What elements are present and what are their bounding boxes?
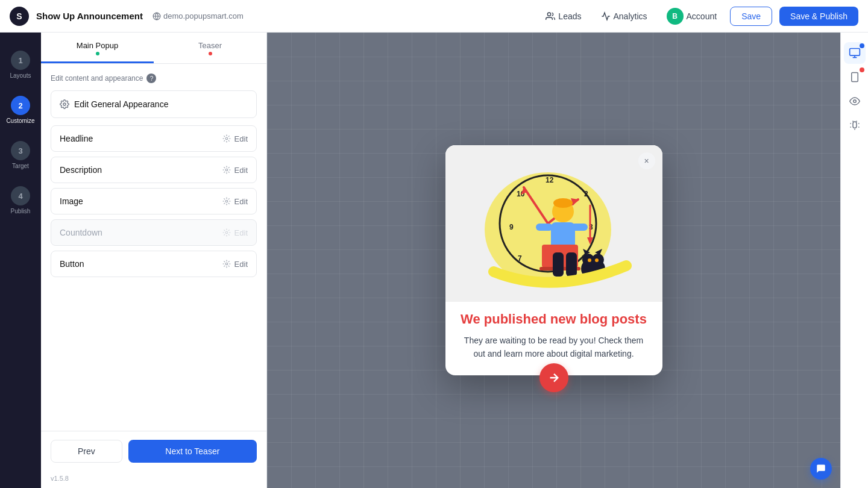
save-publish-button[interactable]: Save & Publish: [779, 7, 858, 26]
desktop-icon: [849, 47, 861, 59]
right-toolbar: [840, 33, 868, 488]
hint-icon: ?: [146, 74, 156, 83]
popup-wrapper: × 12 2 10 3 9: [445, 145, 662, 375]
svg-point-5: [225, 200, 228, 202]
svg-point-6: [225, 231, 228, 234]
toolbar-dot-desktop: [860, 43, 864, 48]
step-circle-2: 2: [11, 96, 30, 115]
tab-teaser[interactable]: Teaser: [154, 33, 266, 63]
tab-main-popup[interactable]: Main Popup: [41, 33, 154, 63]
panel: Main Popup Teaser Edit content and appea…: [41, 33, 267, 488]
version-label: v1.5.8: [41, 471, 266, 488]
desktop-view-button[interactable]: [844, 42, 866, 64]
edit-description-link[interactable]: Edit: [234, 166, 248, 175]
analytics-nav[interactable]: Analytics: [595, 8, 653, 25]
popup-description: They are waiting to be read by you! Chec…: [460, 334, 648, 361]
svg-point-4: [225, 169, 228, 171]
toolbar-dot-mobile: [860, 67, 864, 72]
mobile-icon: [849, 72, 860, 83]
account-nav[interactable]: B Account: [661, 4, 723, 28]
gear-icon: [60, 99, 69, 109]
steps-sidebar: 1 Layouts 2 Customize 3 Target 4 Publish: [0, 33, 41, 488]
section-countdown: Countdown Edit: [51, 219, 257, 246]
popup-close-button[interactable]: ×: [638, 152, 655, 169]
svg-point-3: [225, 137, 228, 140]
step-circle-4: 4: [11, 186, 30, 205]
app-logo: S: [10, 7, 29, 26]
app-url: demo.popupsmart.com: [153, 11, 244, 20]
chat-icon: [816, 463, 826, 474]
popup-headline: We published new blog posts: [460, 311, 648, 327]
svg-rect-30: [553, 252, 564, 277]
save-button[interactable]: Save: [730, 7, 772, 26]
preview-button[interactable]: [844, 90, 866, 112]
section-image: Image Edit: [51, 188, 257, 214]
svg-rect-31: [566, 252, 577, 277]
step-label-target: Target: [12, 163, 29, 169]
settings-icon-countdown: [222, 228, 231, 237]
svg-text:12: 12: [546, 176, 554, 184]
section-description: Description Edit: [51, 157, 257, 183]
edit-countdown-link[interactable]: Edit: [234, 228, 248, 237]
svg-point-24: [553, 198, 573, 208]
settings-icon-description: [222, 166, 231, 174]
canvas: × 12 2 10 3 9: [267, 33, 840, 488]
step-target[interactable]: 3 Target: [0, 135, 41, 175]
popup-illustration: 12 2 10 3 9 5 7: [464, 151, 644, 296]
step-publish[interactable]: 4 Publish: [0, 180, 41, 221]
step-label-publish: Publish: [11, 208, 31, 214]
step-circle-3: 3: [11, 141, 30, 160]
section-headline: Headline Edit: [51, 125, 257, 152]
eye-icon: [849, 96, 860, 107]
leads-nav[interactable]: Leads: [539, 8, 587, 25]
panel-footer: Prev Next to Teaser: [41, 431, 266, 471]
svg-point-1: [548, 13, 551, 16]
svg-rect-26: [536, 224, 553, 231]
avatar: B: [667, 8, 684, 25]
leads-icon: [546, 11, 555, 21]
edit-image-link[interactable]: Edit: [234, 197, 248, 206]
svg-point-7: [225, 263, 228, 265]
section-button: Button Edit: [51, 251, 257, 277]
svg-text:9: 9: [509, 223, 514, 231]
debug-button[interactable]: [844, 114, 866, 136]
analytics-icon: [601, 11, 611, 21]
svg-text:2: 2: [584, 190, 588, 198]
step-label-layouts: Layouts: [10, 72, 31, 79]
globe-icon: [153, 12, 161, 20]
next-button[interactable]: Next to Teaser: [128, 440, 257, 463]
svg-point-2: [63, 103, 66, 105]
popup-arrow-button[interactable]: [539, 363, 568, 392]
svg-text:7: 7: [518, 254, 522, 263]
svg-point-38: [595, 258, 599, 262]
edit-button-link[interactable]: Edit: [234, 260, 248, 269]
main-layout: 1 Layouts 2 Customize 3 Target 4 Publish…: [0, 33, 868, 488]
svg-point-44: [853, 100, 856, 103]
settings-icon-image: [222, 197, 231, 205]
panel-content: Edit content and appearance ? Edit Gener…: [41, 64, 266, 431]
popup-card: × 12 2 10 3 9: [445, 145, 662, 375]
edit-general-button[interactable]: Edit General Appearance: [51, 90, 257, 118]
popup-image-area: 12 2 10 3 9 5 7: [445, 145, 662, 302]
step-label-customize: Customize: [6, 117, 34, 124]
svg-rect-27: [571, 224, 588, 231]
svg-rect-39: [849, 49, 860, 56]
app-title: Show Up Announcement: [36, 11, 143, 21]
step-circle-1: 1: [11, 51, 30, 70]
step-layouts[interactable]: 1 Layouts: [0, 45, 41, 85]
svg-point-37: [588, 258, 591, 262]
panel-hint: Edit content and appearance ?: [51, 74, 257, 83]
mobile-view-button[interactable]: [844, 66, 866, 88]
edit-headline-link[interactable]: Edit: [234, 134, 248, 143]
tab-dot-teaser: [209, 52, 212, 55]
tab-dot-main: [96, 52, 99, 55]
bug-icon: [849, 120, 860, 131]
prev-button[interactable]: Prev: [51, 440, 122, 463]
step-customize[interactable]: 2 Customize: [0, 90, 41, 130]
settings-icon-headline: [222, 134, 231, 143]
panel-tabs: Main Popup Teaser: [41, 33, 266, 64]
top-nav: S Show Up Announcement demo.popupsmart.c…: [0, 0, 868, 33]
settings-icon-button: [222, 260, 231, 268]
chat-bubble[interactable]: [810, 458, 832, 480]
arrow-right-icon: [547, 371, 561, 384]
